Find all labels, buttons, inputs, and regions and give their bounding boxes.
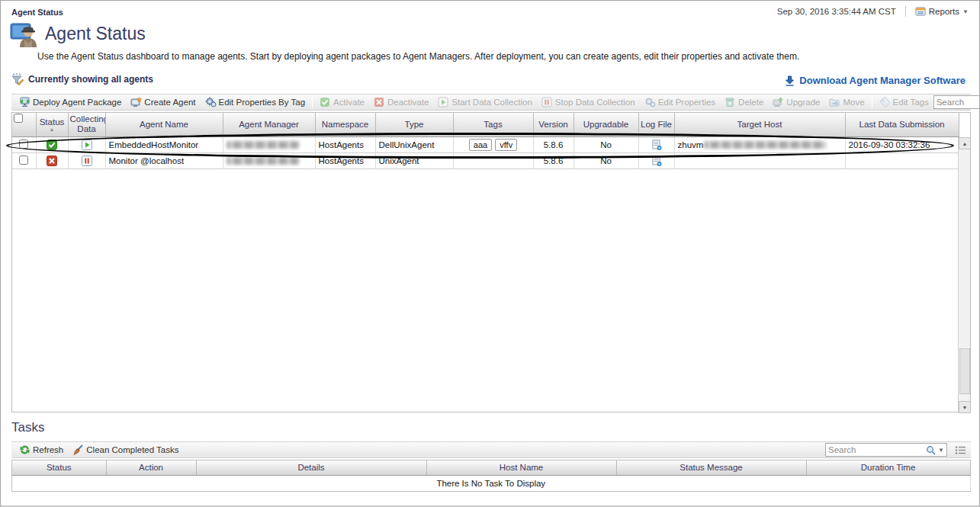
log-file-icon[interactable] <box>651 156 662 166</box>
type-cell: DellUnixAgent <box>375 136 453 152</box>
tag-chip[interactable]: aaa <box>469 139 492 151</box>
version-cell: 5.8.6 <box>533 136 574 152</box>
create-agent-button[interactable]: Create Agent <box>126 97 200 107</box>
breadcrumb: Agent Status <box>11 8 63 17</box>
col-target-host[interactable]: Target Host <box>674 113 845 136</box>
upgrade-button[interactable]: Upgrade <box>768 97 824 107</box>
scrollbar-thumb[interactable] <box>959 348 970 394</box>
redacted-text <box>704 141 826 149</box>
col-task-duration-time[interactable]: Duration Time <box>806 460 970 475</box>
tasks-search-input[interactable] <box>828 445 926 454</box>
stop-data-collection-button[interactable]: Stop Data Collection <box>537 97 640 107</box>
col-type[interactable]: Type <box>375 113 453 136</box>
paused-data-icon <box>82 156 92 166</box>
col-tags[interactable]: Tags <box>453 113 533 136</box>
download-agent-manager-link[interactable]: Download Agent Manager Software <box>785 75 966 86</box>
start-data-collection-button[interactable]: Start Data Collection <box>433 97 536 107</box>
deactivate-button[interactable]: Deactivate <box>369 97 433 107</box>
toolbar-separator <box>312 96 313 108</box>
col-collecting-data[interactable]: Collecting Data <box>68 113 105 136</box>
button-label: Deactivate <box>387 98 429 107</box>
sort-asc-icon: ▲ <box>38 127 66 131</box>
agent-manager-cell <box>223 136 315 152</box>
status-ok-icon <box>47 140 57 150</box>
reports-label: Reports <box>929 7 959 16</box>
col-namespace[interactable]: Namespace <box>315 113 375 136</box>
agents-toolbar: Deploy Agent Package Create Agent Edit P… <box>11 94 971 111</box>
tasks-search-box: ▼ <box>825 443 947 457</box>
reports-menu-button[interactable]: Reports ▼ <box>915 6 969 17</box>
log-file-icon[interactable] <box>651 140 662 150</box>
broom-icon <box>72 444 83 455</box>
edit-properties-icon <box>644 97 655 107</box>
edit-tags-icon <box>879 97 890 107</box>
deploy-agent-package-button[interactable]: Deploy Agent Package <box>14 97 126 107</box>
col-upgradable[interactable]: Upgradable <box>574 113 638 136</box>
agents-search-input[interactable] <box>937 98 980 107</box>
col-agent-name[interactable]: Agent Name <box>105 113 223 136</box>
agent-row-embeddedhostmonitor[interactable]: EmbeddedHostMonitor HostAgents DellUnixA… <box>12 136 959 152</box>
edit-properties-button[interactable]: Edit Properties <box>640 97 720 107</box>
col-task-details[interactable]: Details <box>196 460 426 475</box>
last-data-submission-cell: 2016-09-30 03:32:36 <box>845 136 959 152</box>
target-host-cell: zhuvm <box>674 136 845 152</box>
chevron-down-icon: ▼ <box>962 8 969 15</box>
refresh-button[interactable]: Refresh <box>14 444 68 455</box>
namespace-cell: HostAgents <box>315 152 375 168</box>
agent-row-monitor-localhost[interactable]: Monitor @localhost HostAgents UnixAgent … <box>12 152 959 168</box>
tasks-toolbar: Refresh Clean Completed Tasks ▼ <box>11 441 971 458</box>
namespace-cell: HostAgents <box>315 136 375 152</box>
edit-tags-button[interactable]: Edit Tags <box>875 97 933 107</box>
search-options-caret[interactable]: ▼ <box>938 447 944 454</box>
col-task-status[interactable]: Status <box>12 460 106 475</box>
timestamp: Sep 30, 2016 3:35:44 AM CST <box>777 7 896 16</box>
button-label: Upgrade <box>786 98 820 107</box>
button-label: Create Agent <box>144 98 195 107</box>
tags-cell <box>453 152 533 168</box>
agent-manager-cell <box>223 152 315 168</box>
col-task-status-message[interactable]: Status Message <box>616 460 806 475</box>
row-checkbox[interactable] <box>19 140 28 149</box>
tasks-header-row: Status Action Details Host Name Status M… <box>12 460 970 475</box>
activate-button[interactable]: Activate <box>315 97 369 107</box>
vertical-scrollbar[interactable]: ▲ ▼ <box>958 137 970 413</box>
stop-data-collection-icon <box>541 97 552 107</box>
move-button[interactable]: Move <box>824 97 869 107</box>
collecting-data-icon <box>82 140 92 150</box>
divider <box>905 6 906 17</box>
version-cell: 5.8.6 <box>533 152 574 168</box>
page-description: Use the Agent Status dashboard to manage… <box>37 51 799 62</box>
delete-button[interactable]: Delete <box>720 97 768 107</box>
col-status[interactable]: Status▲ <box>36 113 68 136</box>
col-last-data-submission[interactable]: Last Data Submission <box>845 113 959 136</box>
edit-properties-by-tag-button[interactable]: Edit Properties By Tag <box>201 97 310 107</box>
col-task-host-name[interactable]: Host Name <box>426 460 616 475</box>
scroll-up-button[interactable]: ▲ <box>959 137 971 149</box>
agents-search-box: ▼ <box>933 95 980 109</box>
button-label: Deploy Agent Package <box>33 98 121 107</box>
agent-name-cell: EmbeddedHostMonitor <box>105 136 223 152</box>
search-icon[interactable] <box>926 445 936 455</box>
edit-properties-by-tag-icon <box>205 97 216 107</box>
select-all-checkbox[interactable] <box>14 114 23 123</box>
move-icon <box>829 97 840 107</box>
scroll-down-button[interactable]: ▼ <box>959 401 971 413</box>
col-task-action[interactable]: Action <box>106 460 196 475</box>
tasks-table: Status Action Details Host Name Status M… <box>12 460 971 491</box>
col-log-file[interactable]: Log File <box>638 113 674 136</box>
button-label: Refresh <box>33 445 63 454</box>
start-data-collection-icon <box>438 97 448 107</box>
clean-completed-tasks-button[interactable]: Clean Completed Tasks <box>68 444 183 455</box>
tag-chip[interactable]: vffv <box>495 139 517 151</box>
type-cell: UnixAgent <box>375 152 453 168</box>
col-version[interactable]: Version <box>533 113 574 136</box>
col-agent-manager[interactable]: Agent Manager <box>223 113 315 136</box>
row-checkbox[interactable] <box>19 156 28 165</box>
button-label: Edit Tags <box>893 98 929 107</box>
tasks-empty-row: There Is No Task To Display <box>12 475 970 491</box>
empty-tasks-message: There Is No Task To Display <box>12 475 970 491</box>
agents-header-row: Status▲ Collecting Data Agent Name Agent… <box>12 113 959 136</box>
table-options-icon[interactable] <box>955 445 966 455</box>
button-label: Move <box>843 98 864 107</box>
last-data-submission-cell <box>845 152 959 168</box>
